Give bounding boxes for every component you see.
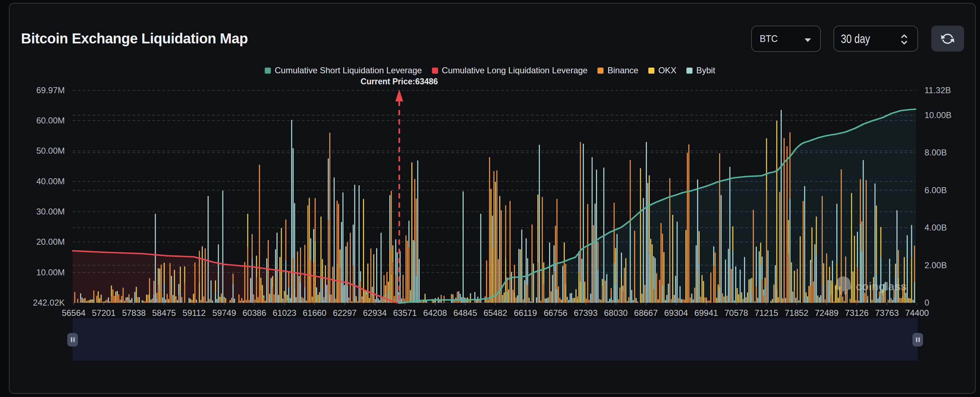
svg-text:68030: 68030: [604, 308, 628, 318]
svg-text:4.00B: 4.00B: [924, 223, 947, 232]
svg-text:62934: 62934: [363, 308, 387, 318]
svg-text:69.97M: 69.97M: [36, 86, 65, 95]
svg-text:70578: 70578: [724, 308, 748, 318]
svg-text:71215: 71215: [754, 308, 778, 318]
svg-text:66119: 66119: [514, 308, 537, 318]
svg-text:66756: 66756: [544, 308, 568, 318]
svg-text:69941: 69941: [694, 308, 718, 318]
svg-text:60.00M: 60.00M: [36, 116, 65, 125]
svg-text:57838: 57838: [122, 308, 146, 318]
svg-text:72489: 72489: [815, 308, 839, 318]
svg-text:64845: 64845: [453, 308, 477, 318]
svg-text:50.00M: 50.00M: [36, 146, 65, 156]
svg-text:67393: 67393: [574, 308, 598, 318]
svg-text:11.32B: 11.32B: [924, 86, 951, 95]
svg-text:68667: 68667: [634, 308, 658, 318]
svg-text:0: 0: [924, 298, 929, 307]
svg-text:61660: 61660: [303, 308, 327, 318]
svg-text:8.00B: 8.00B: [924, 148, 947, 157]
svg-text:73126: 73126: [845, 308, 869, 318]
svg-text:63571: 63571: [393, 308, 417, 318]
svg-text:69304: 69304: [664, 308, 688, 318]
svg-text:10.00M: 10.00M: [36, 267, 65, 277]
svg-text:40.00M: 40.00M: [36, 176, 65, 186]
svg-text:71852: 71852: [784, 308, 808, 318]
svg-text:56564: 56564: [62, 308, 86, 318]
svg-text:60386: 60386: [243, 308, 267, 318]
svg-text:65482: 65482: [484, 308, 508, 318]
svg-text:20.00M: 20.00M: [36, 237, 65, 246]
svg-text:74400: 74400: [905, 308, 929, 318]
svg-text:6.00B: 6.00B: [924, 185, 947, 195]
svg-text:61023: 61023: [272, 308, 296, 318]
svg-text:64208: 64208: [423, 308, 447, 318]
svg-text:62297: 62297: [333, 308, 356, 318]
svg-text:73763: 73763: [875, 308, 899, 318]
svg-text:58475: 58475: [152, 308, 176, 318]
svg-text:242.02K: 242.02K: [33, 298, 65, 307]
svg-text:57201: 57201: [92, 308, 116, 318]
svg-text:59749: 59749: [212, 308, 236, 318]
svg-text:2.00B: 2.00B: [924, 260, 947, 270]
svg-text:30.00M: 30.00M: [36, 207, 65, 216]
svg-text:10.00B: 10.00B: [924, 110, 951, 120]
svg-text:59112: 59112: [183, 308, 206, 318]
